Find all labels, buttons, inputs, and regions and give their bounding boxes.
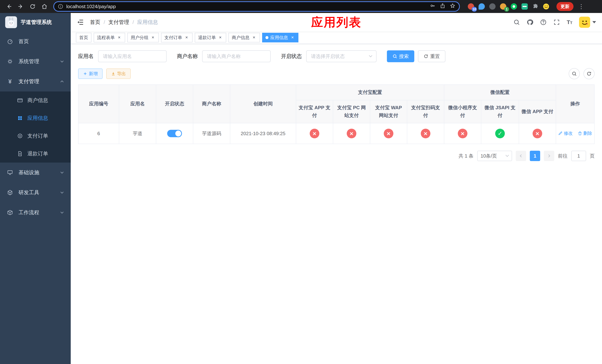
search-button[interactable]: 搜索	[387, 50, 414, 62]
tab-app-info[interactable]: 应用信息	[262, 33, 298, 43]
browser-update-button[interactable]: 更新	[557, 2, 573, 11]
sidebar-item-infra[interactable]: 基础设施	[0, 162, 71, 182]
toggle-search-button[interactable]	[569, 68, 580, 79]
tab-user-group[interactable]: 用户分组	[127, 33, 159, 43]
extension-icon-drop[interactable]	[478, 3, 485, 10]
search-form: 应用名 商户名称 开启状态 请选择开启状态	[78, 50, 595, 62]
cell-merchant-name: 芋道源码	[193, 123, 230, 144]
tab-home[interactable]: 首页	[76, 33, 91, 43]
pencil-icon	[558, 131, 563, 136]
cell-created-time: 2021-10-23 08:49:25	[230, 123, 296, 144]
close-icon[interactable]	[117, 35, 122, 40]
reset-button[interactable]: 重置	[418, 50, 445, 62]
browser-forward-button[interactable]	[16, 1, 26, 12]
profile-avatar-icon[interactable]	[542, 3, 550, 10]
help-icon[interactable]	[540, 19, 547, 26]
extension-icon-wechat-dev[interactable]	[510, 3, 517, 10]
browser-window: localhost:1024/pay/app 10 1	[0, 0, 602, 364]
delete-link[interactable]: 删除	[578, 130, 592, 136]
status-select[interactable]: 请选择开启状态	[306, 50, 376, 62]
browser-back-button[interactable]	[4, 1, 14, 12]
extension-badge: 1	[504, 7, 509, 12]
chevron-down-icon	[60, 59, 64, 64]
tab-merchant-info[interactable]: 商户信息	[228, 33, 260, 43]
app-name-input[interactable]	[98, 50, 167, 62]
col-header-alipay-wap: 支付宝 WAP 网站支付	[370, 100, 407, 123]
sidebar-item-pay-orders[interactable]: 支付订单	[0, 127, 71, 145]
active-dot	[266, 36, 269, 39]
close-icon[interactable]	[218, 35, 223, 40]
extension-icon-1[interactable]: 10	[467, 3, 475, 10]
sidebar-item-system[interactable]: 系统管理	[0, 52, 71, 72]
col-header-alipay-pc: 支付宝 PC 网站支付	[333, 100, 370, 123]
breadcrumb-separator	[104, 19, 105, 25]
url-bar[interactable]: localhost:1024/pay/app	[53, 1, 460, 12]
github-icon[interactable]	[527, 19, 533, 26]
sidebar-item-label: 支付订单	[27, 132, 48, 139]
sidebar-toggle-icon[interactable]	[77, 19, 84, 26]
prev-page-button[interactable]	[516, 151, 526, 161]
sidebar-item-label: 应用信息	[27, 115, 48, 122]
breadcrumb-home[interactable]: 首页	[90, 19, 100, 26]
alipay-pc-status-icon	[347, 129, 356, 138]
search-icon	[392, 54, 397, 59]
col-header-wechat-jsapi: 微信 JSAPI 支付	[481, 100, 519, 123]
breadcrumb-current: 应用信息	[137, 19, 158, 26]
url-text[interactable]: localhost:1024/pay/app	[66, 4, 430, 10]
grid-icon	[17, 115, 23, 121]
extension-icon-dark[interactable]	[489, 3, 496, 10]
extension-icon-docs[interactable]	[521, 3, 528, 10]
chevron-down-icon	[592, 21, 596, 23]
tab-label: 支付订单	[164, 35, 182, 41]
refresh-table-button[interactable]	[583, 68, 595, 79]
tab-label: 用户分组	[131, 35, 149, 41]
tab-label: 商户信息	[232, 35, 249, 41]
site-info-icon[interactable]	[58, 4, 63, 9]
share-icon[interactable]	[440, 3, 445, 10]
close-icon[interactable]	[290, 35, 295, 40]
sidebar-item-workflow[interactable]: 工作流程	[0, 203, 71, 223]
edit-link[interactable]: 修改	[558, 130, 573, 136]
sidebar-item-home[interactable]: 首页	[0, 32, 71, 52]
sidebar-item-refund-orders[interactable]: 退款订单	[0, 145, 71, 162]
bookmark-star-icon[interactable]	[450, 3, 455, 10]
extensions-puzzle-icon[interactable]	[532, 3, 539, 10]
sidebar-item-dev-tools[interactable]: 研发工具	[0, 182, 71, 203]
close-icon[interactable]	[150, 35, 155, 40]
total-count: 共 1 条	[459, 153, 473, 159]
extension-icon-avatar[interactable]: 1	[499, 3, 507, 10]
browser-reload-button[interactable]	[27, 1, 38, 12]
page-number-button[interactable]: 1	[530, 151, 540, 161]
status-toggle[interactable]	[167, 130, 182, 137]
tab-pay-orders[interactable]: 支付订单	[161, 33, 193, 43]
sidebar-item-label: 工作流程	[19, 209, 39, 216]
password-key-icon[interactable]	[430, 3, 435, 10]
yen-icon: ¥	[7, 78, 13, 85]
close-icon[interactable]	[184, 35, 189, 40]
tab-process-form[interactable]: 流程表单	[94, 33, 125, 43]
close-icon[interactable]	[251, 35, 257, 40]
chevron-down-icon	[369, 54, 372, 57]
breadcrumb-payment[interactable]: 支付管理	[108, 19, 129, 26]
goto-label: 前往	[558, 153, 568, 159]
search-icon[interactable]	[513, 19, 520, 26]
tab-refund-orders[interactable]: 退款订单	[195, 33, 226, 43]
merchant-name-input[interactable]	[202, 50, 271, 62]
next-page-button[interactable]	[544, 151, 554, 161]
export-button[interactable]: 导出	[106, 68, 131, 79]
sidebar-item-app-info[interactable]: 应用信息	[0, 109, 71, 127]
page-size-select[interactable]: 10条/页	[477, 151, 512, 161]
chevron-down-icon	[505, 153, 509, 157]
fullscreen-icon[interactable]	[553, 19, 560, 26]
add-button[interactable]: 新增	[78, 68, 103, 79]
browser-menu-icon[interactable]: ⋮	[578, 3, 585, 10]
sidebar-item-payment[interactable]: ¥ 支付管理	[0, 72, 71, 91]
page-size-value: 10条/页	[481, 153, 497, 159]
app-logo[interactable]: 芋道管理系统	[0, 13, 71, 32]
font-size-icon[interactable]: TT	[567, 19, 572, 25]
goto-page-input[interactable]	[571, 151, 586, 161]
user-avatar[interactable]	[579, 17, 596, 28]
sidebar-item-merchant-info[interactable]: 商户信息	[0, 91, 71, 109]
app-title: 芋道管理系统	[21, 19, 52, 26]
browser-home-button[interactable]	[39, 1, 50, 12]
